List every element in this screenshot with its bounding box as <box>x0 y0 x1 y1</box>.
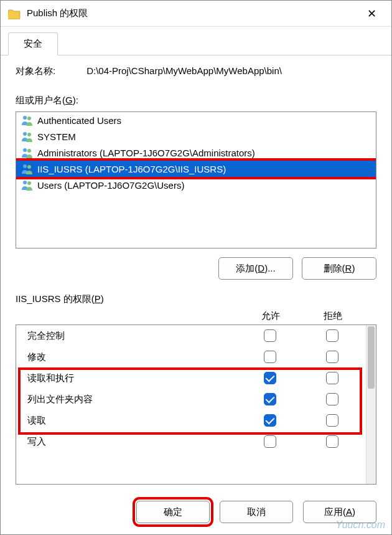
users-group-icon <box>21 115 34 126</box>
group-users-label: 组或用户名(G): <box>16 95 376 107</box>
permissions-scroll[interactable]: 完全控制修改读取和执行列出文件夹内容读取写入 <box>16 325 366 484</box>
permissions-header: 允许 拒绝 <box>16 310 376 324</box>
permissions-label: IIS_IUSRS 的权限(P) <box>16 293 376 305</box>
object-name-row: 对象名称: D:\04-Proj\CSharp\MyWebApp\MyWebAp… <box>16 65 376 77</box>
user-row[interactable]: Administrators (LAPTOP-1J6O7G2G\Administ… <box>16 144 376 161</box>
apply-button[interactable]: 应用(A) <box>303 501 376 523</box>
permission-row: 读取 <box>16 410 366 431</box>
svg-point-9 <box>27 181 31 185</box>
dialog-window: Publish 的权限 ✕ 安全 对象名称: D:\04-Proj\CSharp… <box>0 0 392 535</box>
user-name: SYSTEM <box>37 131 76 142</box>
allow-checkbox[interactable] <box>264 393 276 405</box>
user-buttons-row: 添加(D)... 删除(R) <box>16 257 376 280</box>
header-allow: 允许 <box>240 310 302 322</box>
object-name-value: D:\04-Proj\CSharp\MyWebApp\MyWebApp\bin\ <box>86 65 282 77</box>
permission-row: 修改 <box>16 346 366 367</box>
permission-name: 读取和执行 <box>27 372 239 384</box>
permission-name: 列出文件夹内容 <box>27 394 239 405</box>
users-group-icon <box>21 147 34 158</box>
svg-point-4 <box>23 148 27 152</box>
svg-point-8 <box>23 181 27 184</box>
ok-button[interactable]: 确定 <box>136 501 210 523</box>
permission-row: 列出文件夹内容 <box>16 389 366 410</box>
user-row[interactable]: IIS_IUSRS (LAPTOP-1J6O7G2G\IIS_IUSRS) <box>16 161 376 177</box>
permission-row: 写入 <box>16 431 366 452</box>
deny-checkbox[interactable] <box>326 414 338 427</box>
window-title: Publish 的权限 <box>27 7 359 19</box>
allow-checkbox[interactable] <box>264 329 276 342</box>
tab-strip: 安全 <box>1 27 391 55</box>
permission-name: 写入 <box>27 436 239 448</box>
user-name: Users (LAPTOP-1J6O7G2G\Users) <box>37 180 184 191</box>
deny-checkbox[interactable] <box>326 329 338 342</box>
header-deny: 拒绝 <box>302 310 364 322</box>
cancel-button[interactable]: 取消 <box>220 501 293 523</box>
svg-point-3 <box>27 133 31 136</box>
deny-checkbox[interactable] <box>326 372 338 384</box>
user-list[interactable]: Authenticated UsersSYSTEMAdministrators … <box>16 111 376 249</box>
svg-point-0 <box>23 116 27 120</box>
users-group-icon <box>21 179 34 191</box>
users-group-icon <box>21 163 34 174</box>
user-name: Administrators (LAPTOP-1J6O7G2G\Administ… <box>37 148 255 158</box>
permission-row: 完全控制 <box>16 325 366 346</box>
titlebar: Publish 的权限 ✕ <box>1 1 391 27</box>
user-row[interactable]: Authenticated Users <box>16 112 376 128</box>
permission-name: 读取 <box>27 415 239 427</box>
scrollbar-thumb[interactable] <box>368 326 375 389</box>
users-group-icon <box>21 131 34 142</box>
svg-point-2 <box>23 132 27 136</box>
tab-body: 对象名称: D:\04-Proj\CSharp\MyWebApp\MyWebAp… <box>1 55 391 492</box>
svg-point-7 <box>27 165 31 169</box>
user-row[interactable]: SYSTEM <box>16 128 376 144</box>
permissions-list: 完全控制修改读取和执行列出文件夹内容读取写入 <box>16 324 376 485</box>
allow-checkbox[interactable] <box>264 414 276 427</box>
allow-checkbox[interactable] <box>264 351 276 363</box>
dialog-buttons: 确定 取消 应用(A) <box>1 492 391 534</box>
permission-name: 修改 <box>27 351 239 363</box>
user-name: Authenticated Users <box>37 115 121 126</box>
allow-checkbox[interactable] <box>264 372 276 384</box>
remove-button[interactable]: 删除(R) <box>302 257 376 280</box>
user-row[interactable]: Users (LAPTOP-1J6O7G2G\Users) <box>16 177 376 193</box>
deny-checkbox[interactable] <box>326 435 338 448</box>
deny-checkbox[interactable] <box>326 393 338 405</box>
folder-icon <box>8 8 21 19</box>
deny-checkbox[interactable] <box>326 351 338 363</box>
tab-security[interactable]: 安全 <box>8 32 58 55</box>
permission-name: 完全控制 <box>27 330 239 342</box>
svg-point-5 <box>27 149 31 153</box>
svg-point-1 <box>27 116 31 120</box>
permission-row: 读取和执行 <box>16 367 366 389</box>
user-name: IIS_IUSRS (LAPTOP-1J6O7G2G\IIS_IUSRS) <box>37 164 226 174</box>
add-button[interactable]: 添加(D)... <box>218 257 293 280</box>
object-name-label: 对象名称: <box>16 65 55 77</box>
close-button[interactable]: ✕ <box>359 7 384 21</box>
allow-checkbox[interactable] <box>264 435 276 448</box>
scrollbar[interactable] <box>366 325 376 484</box>
svg-point-6 <box>23 164 27 168</box>
